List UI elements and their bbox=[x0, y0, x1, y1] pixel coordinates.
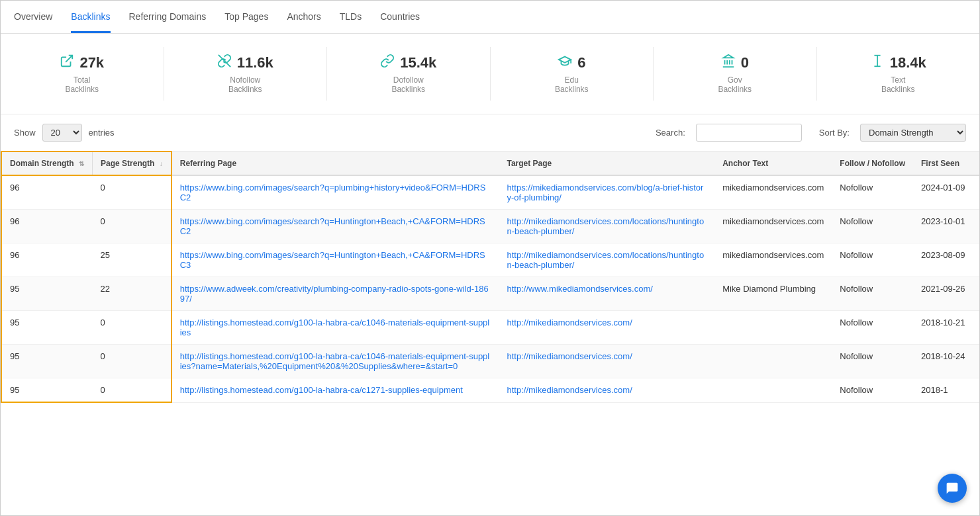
tab-anchors[interactable]: Anchors bbox=[287, 1, 320, 33]
cell-page-strength: 0 bbox=[93, 345, 172, 378]
tab-overview[interactable]: Overview bbox=[14, 1, 52, 33]
edu-backlinks-label: EduBacklinks bbox=[504, 75, 640, 94]
cell-domain-strength: 95 bbox=[1, 345, 93, 378]
tab-tlds[interactable]: TLDs bbox=[340, 1, 362, 33]
cell-page-strength: 0 bbox=[93, 378, 172, 403]
referring-page-link[interactable]: http://listings.homestead.com/g100-la-ha… bbox=[180, 351, 490, 371]
entries-select[interactable]: 20 10 50 100 bbox=[42, 124, 82, 142]
stat-dofollow-backlinks: 15.4k DofollowBacklinks bbox=[327, 47, 491, 101]
tab-backlinks[interactable]: Backlinks bbox=[71, 1, 110, 33]
col-header-first-seen: First Seen bbox=[913, 151, 979, 175]
cell-follow-nofollow: Nofollow bbox=[832, 378, 913, 403]
show-label: Show bbox=[14, 128, 36, 138]
table-row: 960https://www.bing.com/images/search?q=… bbox=[1, 175, 979, 210]
svg-line-0 bbox=[66, 56, 73, 62]
total-backlinks-icon bbox=[60, 54, 74, 71]
referring-page-link[interactable]: https://www.bing.com/images/search?q=Hun… bbox=[180, 250, 485, 270]
cell-follow-nofollow: Nofollow bbox=[832, 243, 913, 277]
target-page-link[interactable]: http://www.mikediamondservices.com/ bbox=[507, 284, 652, 294]
tab-top-pages[interactable]: Top Pages bbox=[224, 1, 268, 33]
col-header-anchor-text: Anchor Text bbox=[714, 151, 832, 175]
svg-marker-7 bbox=[723, 55, 733, 58]
col-header-referring-page: Referring Page bbox=[172, 151, 499, 175]
cell-follow-nofollow: Nofollow bbox=[832, 311, 913, 345]
entries-label: entries bbox=[89, 128, 115, 138]
cell-follow-nofollow: Nofollow bbox=[832, 175, 913, 210]
edu-backlinks-value: 6 bbox=[577, 54, 585, 71]
cell-page-strength: 0 bbox=[93, 311, 172, 345]
table-row: 950http://listings.homestead.com/g100-la… bbox=[1, 378, 979, 403]
gov-backlinks-value: 0 bbox=[741, 54, 749, 71]
stat-nofollow-backlinks: 11.6k NofollowBacklinks bbox=[164, 47, 328, 101]
col-header-domain-strength[interactable]: Domain Strength ⇅ bbox=[1, 151, 93, 175]
target-page-link[interactable]: http://mikediamondservices.com/ bbox=[507, 351, 632, 361]
stat-gov-backlinks: 0 GovBacklinks bbox=[654, 47, 817, 101]
tab-referring-domains[interactable]: Referring Domains bbox=[129, 1, 207, 33]
backlinks-table: Domain Strength ⇅ Page Strength ↓ Referr… bbox=[1, 151, 979, 403]
nofollow-backlinks-value: 11.6k bbox=[237, 54, 273, 71]
stat-edu-backlinks: 6 EduBacklinks bbox=[491, 47, 654, 101]
table-row: 950http://listings.homestead.com/g100-la… bbox=[1, 345, 979, 378]
cell-follow-nofollow: Nofollow bbox=[832, 345, 913, 378]
chat-button[interactable] bbox=[938, 474, 967, 503]
cell-first-seen: 2023-08-09 bbox=[913, 243, 979, 277]
cell-first-seen: 2021-09-26 bbox=[913, 277, 979, 311]
text-backlinks-value: 18.4k bbox=[890, 54, 926, 71]
cell-referring-page[interactable]: http://listings.homestead.com/g100-la-ha… bbox=[172, 378, 499, 403]
target-page-link[interactable]: http://mikediamondservices.com/locations… bbox=[507, 250, 704, 270]
referring-page-link[interactable]: https://www.adweek.com/creativity/plumbi… bbox=[180, 284, 489, 304]
referring-page-link[interactable]: http://listings.homestead.com/g100-la-ha… bbox=[180, 318, 490, 337]
cell-page-strength: 25 bbox=[93, 243, 172, 277]
cell-target-page[interactable]: http://mikediamondservices.com/ bbox=[499, 311, 714, 345]
cell-first-seen: 2024-01-09 bbox=[913, 175, 979, 210]
stat-text-backlinks: 18.4k TextBacklinks bbox=[817, 47, 980, 101]
cell-anchor-text: mikediamondservices.com bbox=[714, 175, 832, 210]
cell-domain-strength: 95 bbox=[1, 311, 93, 345]
cell-referring-page[interactable]: https://www.bing.com/images/search?q=Hun… bbox=[172, 210, 499, 243]
cell-referring-page[interactable]: http://listings.homestead.com/g100-la-ha… bbox=[172, 345, 499, 378]
target-page-link[interactable]: http://mikediamondservices.com/ bbox=[507, 318, 632, 327]
cell-anchor-text: mikediamondservices.com bbox=[714, 243, 832, 277]
cell-page-strength: 0 bbox=[93, 175, 172, 210]
cell-referring-page[interactable]: http://listings.homestead.com/g100-la-ha… bbox=[172, 311, 499, 345]
search-input[interactable] bbox=[696, 124, 802, 142]
cell-target-page[interactable]: http://mikediamondservices.com/ bbox=[499, 345, 714, 378]
stat-total-backlinks: 27k TotalBacklinks bbox=[1, 47, 164, 101]
target-page-link[interactable]: https://mikediamondservices.com/blog/a-b… bbox=[507, 183, 703, 202]
cell-domain-strength: 95 bbox=[1, 277, 93, 311]
main-nav: Overview Backlinks Referring Domains Top… bbox=[1, 1, 979, 34]
cell-referring-page[interactable]: https://www.bing.com/images/search?q=Hun… bbox=[172, 243, 499, 277]
cell-target-page[interactable]: http://mikediamondservices.com/ bbox=[499, 378, 714, 403]
table-header-row: Domain Strength ⇅ Page Strength ↓ Referr… bbox=[1, 151, 979, 175]
table-row: 9625https://www.bing.com/images/search?q… bbox=[1, 243, 979, 277]
referring-page-link[interactable]: https://www.bing.com/images/search?q=Hun… bbox=[180, 216, 485, 236]
domain-strength-sort-icon: ⇅ bbox=[79, 160, 84, 167]
cell-first-seen: 2018-10-24 bbox=[913, 345, 979, 378]
page-strength-sort-icon: ↓ bbox=[160, 160, 163, 167]
cell-first-seen: 2018-1 bbox=[913, 378, 979, 403]
sort-select[interactable]: Domain Strength Page Strength First Seen… bbox=[860, 124, 966, 142]
table-row: 9522https://www.adweek.com/creativity/pl… bbox=[1, 277, 979, 311]
cell-anchor-text: mikediamondservices.com bbox=[714, 210, 832, 243]
tab-countries[interactable]: Countries bbox=[380, 1, 420, 33]
target-page-link[interactable]: http://mikediamondservices.com/ bbox=[507, 385, 632, 395]
cell-domain-strength: 96 bbox=[1, 210, 93, 243]
cell-referring-page[interactable]: https://www.bing.com/images/search?q=plu… bbox=[172, 175, 499, 210]
cell-first-seen: 2023-10-01 bbox=[913, 210, 979, 243]
table-row: 960https://www.bing.com/images/search?q=… bbox=[1, 210, 979, 243]
target-page-link[interactable]: http://mikediamondservices.com/locations… bbox=[507, 216, 704, 236]
edu-icon bbox=[558, 54, 572, 71]
cell-target-page[interactable]: http://mikediamondservices.com/locations… bbox=[499, 210, 714, 243]
cell-referring-page[interactable]: https://www.adweek.com/creativity/plumbi… bbox=[172, 277, 499, 311]
col-header-follow-nofollow: Follow / Nofollow bbox=[832, 151, 913, 175]
referring-page-link[interactable]: https://www.bing.com/images/search?q=plu… bbox=[180, 183, 486, 202]
referring-page-link[interactable]: http://listings.homestead.com/g100-la-ha… bbox=[180, 385, 463, 395]
total-backlinks-label: TotalBacklinks bbox=[14, 75, 150, 94]
cell-target-page[interactable]: https://mikediamondservices.com/blog/a-b… bbox=[499, 175, 714, 210]
col-header-page-strength[interactable]: Page Strength ↓ bbox=[93, 151, 172, 175]
cell-anchor-text bbox=[714, 378, 832, 403]
cell-target-page[interactable]: http://www.mikediamondservices.com/ bbox=[499, 277, 714, 311]
cell-target-page[interactable]: http://mikediamondservices.com/locations… bbox=[499, 243, 714, 277]
gov-backlinks-label: GovBacklinks bbox=[667, 75, 803, 94]
cell-domain-strength: 96 bbox=[1, 243, 93, 277]
